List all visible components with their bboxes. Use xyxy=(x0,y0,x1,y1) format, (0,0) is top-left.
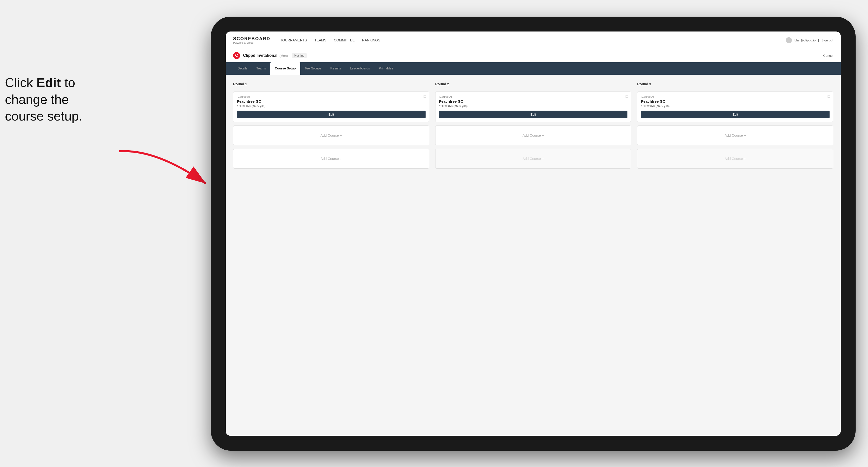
tablet-device: SCOREBOARD Powered by clippd TOURNAMENTS… xyxy=(211,17,856,450)
tournament-name: Clippd Invitational xyxy=(243,53,278,58)
scoreboard-logo: SCOREBOARD Powered by clippd xyxy=(233,36,270,44)
round-3-label: Round 3 xyxy=(637,82,833,86)
round-3-course-details: Yellow (M) (6629 yds) xyxy=(641,104,830,107)
hosting-badge: Hosting xyxy=(292,53,307,58)
logo-title: SCOREBOARD xyxy=(233,36,270,41)
tournament-gender: (Men) xyxy=(279,54,288,58)
round-2-course-tag: (Course A) xyxy=(439,95,628,98)
nav-tournaments[interactable]: TOURNAMENTS xyxy=(280,37,307,43)
round-1-delete-icon[interactable]: □ xyxy=(424,94,426,99)
nav-right: blair@clippd.io | Sign out xyxy=(786,37,833,43)
tab-nav: Details Teams Course Setup Tee Groups Re… xyxy=(226,62,841,75)
nav-separator: | xyxy=(818,38,819,42)
rounds-grid: Round 1 □ (Course A) Peachtree GC Yellow… xyxy=(233,82,833,169)
cancel-button[interactable]: Cancel xyxy=(824,54,833,58)
tablet-screen: SCOREBOARD Powered by clippd TOURNAMENTS… xyxy=(226,31,841,436)
round-2-course-details: Yellow (M) (6629 yds) xyxy=(439,104,628,107)
tab-teams[interactable]: Teams xyxy=(252,62,270,75)
tab-printables[interactable]: Printables xyxy=(374,62,398,75)
round-2-course-card: □ (Course A) Peachtree GC Yellow (M) (66… xyxy=(435,92,631,122)
round-1-add-course-1[interactable]: Add Course + xyxy=(233,125,429,145)
round-3-column: Round 3 □ (Course A) Peachtree GC Yellow… xyxy=(637,82,833,169)
round-2-add-course-1[interactable]: Add Course + xyxy=(435,125,631,145)
round-2-course-name: Peachtree GC xyxy=(439,99,628,103)
round-2-add-course-1-text: Add Course + xyxy=(523,133,544,137)
tab-leaderboards[interactable]: Leaderboards xyxy=(345,62,374,75)
nav-committee[interactable]: COMMITTEE xyxy=(334,37,354,43)
user-email: blair@clippd.io xyxy=(794,38,815,42)
main-content: Round 1 □ (Course A) Peachtree GC Yellow… xyxy=(226,75,841,436)
nav-rankings[interactable]: RANKINGS xyxy=(362,37,380,43)
round-2-add-course-2-text: Add Course + xyxy=(523,157,544,161)
user-avatar xyxy=(786,37,792,43)
nav-teams[interactable]: TEAMS xyxy=(314,37,327,43)
round-3-add-course-1-text: Add Course + xyxy=(725,133,746,137)
round-1-column: Round 1 □ (Course A) Peachtree GC Yellow… xyxy=(233,82,429,169)
nav-links: TOURNAMENTS TEAMS COMMITTEE RANKINGS xyxy=(280,37,786,43)
instruction-text: Click Edit to change the course setup. xyxy=(5,74,112,125)
round-2-label: Round 2 xyxy=(435,82,631,86)
tab-results[interactable]: Results xyxy=(326,62,345,75)
round-1-add-course-1-text: Add Course + xyxy=(320,133,342,137)
tab-course-setup[interactable]: Course Setup xyxy=(270,62,300,75)
round-3-edit-button[interactable]: Edit xyxy=(641,111,830,118)
round-3-add-course-2: Add Course + xyxy=(637,149,833,169)
round-1-add-course-2-text: Add Course + xyxy=(320,157,342,161)
round-3-add-course-2-text: Add Course + xyxy=(725,157,746,161)
round-3-add-course-1[interactable]: Add Course + xyxy=(637,125,833,145)
round-2-edit-button[interactable]: Edit xyxy=(439,111,628,118)
instruction-bold: Edit xyxy=(36,75,61,90)
clippd-logo: C xyxy=(233,52,240,59)
round-2-delete-icon[interactable]: □ xyxy=(626,94,628,99)
round-1-course-name: Peachtree GC xyxy=(237,99,426,103)
round-3-course-card: □ (Course A) Peachtree GC Yellow (M) (66… xyxy=(637,92,833,122)
round-1-edit-button[interactable]: Edit xyxy=(237,111,426,118)
tab-details[interactable]: Details xyxy=(233,62,252,75)
round-1-label: Round 1 xyxy=(233,82,429,86)
round-3-course-tag: (Course A) xyxy=(641,95,830,98)
top-nav: SCOREBOARD Powered by clippd TOURNAMENTS… xyxy=(226,31,841,49)
round-2-column: Round 2 □ (Course A) Peachtree GC Yellow… xyxy=(435,82,631,169)
round-3-course-name: Peachtree GC xyxy=(641,99,830,103)
round-1-course-details: Yellow (M) (6629 yds) xyxy=(237,104,426,107)
sign-out-link[interactable]: Sign out xyxy=(822,38,833,42)
sub-header: C Clippd Invitational (Men) Hosting Canc… xyxy=(226,49,841,62)
logo-subtitle: Powered by clippd xyxy=(233,41,270,44)
round-1-course-tag: (Course A) xyxy=(237,95,426,98)
round-2-add-course-2: Add Course + xyxy=(435,149,631,169)
tab-tee-groups[interactable]: Tee Groups xyxy=(300,62,326,75)
round-3-delete-icon[interactable]: □ xyxy=(828,94,830,99)
round-1-course-card: □ (Course A) Peachtree GC Yellow (M) (66… xyxy=(233,92,429,122)
round-1-add-course-2[interactable]: Add Course + xyxy=(233,149,429,169)
